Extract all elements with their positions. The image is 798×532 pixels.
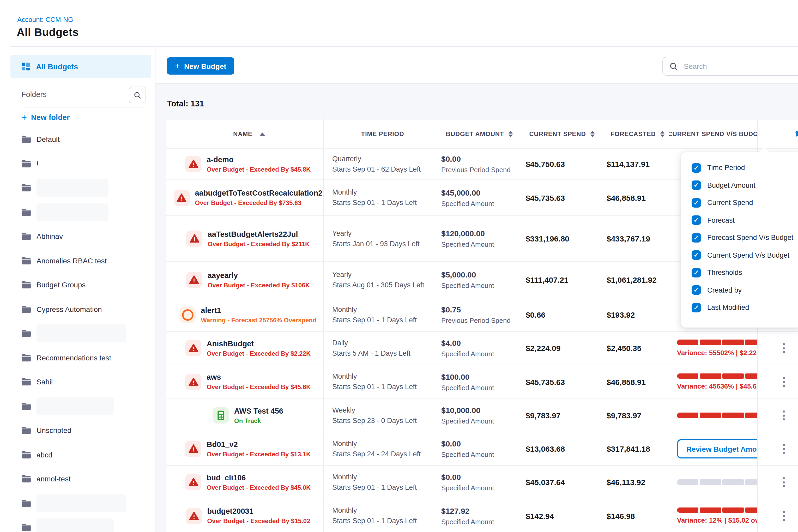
current-spend-cell: $0.66 (517, 298, 598, 331)
forecasted: $46,858.91 (607, 193, 669, 202)
folder-item[interactable]: anmol-test (11, 467, 155, 491)
budget-status: Over Budget - Exceeded By $106K (208, 281, 310, 289)
folder-item[interactable]: Sahil (11, 370, 155, 394)
row-menu-button[interactable] (782, 444, 786, 454)
folder-item[interactable]: Budget Groups (11, 273, 155, 297)
table-row[interactable]: budget20031Over Budget - Exceeded By $15… (166, 499, 798, 532)
column-settings-gear-icon[interactable] (794, 129, 798, 139)
table-row[interactable]: Bd01_v2Over Budget - Exceeded By $13.1KM… (166, 432, 798, 466)
new-budget-button[interactable]: + New Budget (167, 57, 234, 75)
sort-icon[interactable] (591, 131, 595, 137)
sort-ascending-icon[interactable] (260, 132, 265, 135)
table-row[interactable]: AWS Test 456On TrackWeeklyStarts Sep 23 … (166, 399, 798, 432)
budgets-search-input[interactable] (683, 61, 798, 71)
spend-vs-budget-cell: Variance: 55502% | $2.22 (669, 332, 758, 365)
folder-icon (21, 232, 31, 241)
column-menu-item[interactable]: ✓Forecast (681, 211, 798, 229)
folders-label: Folders (21, 90, 47, 99)
folder-icon (21, 256, 31, 265)
time-period-detail: Starts Sep 01 - 1 Days Left (332, 516, 433, 526)
folder-item[interactable]: Recommendations test (11, 345, 155, 370)
checkbox-checked-icon[interactable]: ✓ (691, 216, 701, 225)
current-spend-cell: $45,750.63 (517, 149, 598, 179)
sidebar-item-all-budgets[interactable]: All Budgets (11, 55, 151, 78)
time-period-cell: QuarterlyStarts Sep 01 - 62 Days Left (324, 149, 433, 179)
folder-item[interactable] (11, 394, 155, 418)
checkbox-checked-icon[interactable]: ✓ (691, 198, 701, 208)
time-period-detail: Starts Jan 01 - 93 Days Left (332, 239, 433, 249)
folder-item[interactable]: ! (11, 152, 155, 176)
row-menu-button[interactable] (782, 477, 786, 487)
folder-item[interactable] (11, 515, 155, 532)
folder-item[interactable]: Abhinav (11, 224, 155, 249)
row-actions-cell (758, 365, 798, 398)
forecasted: $1,061,281.92 (607, 276, 669, 284)
folder-item[interactable] (11, 491, 155, 515)
checkbox-checked-icon[interactable]: ✓ (691, 251, 701, 260)
folder-item[interactable]: abcd (11, 442, 155, 467)
table-row[interactable]: AnishBudgetOver Budget - Exceeded By $2.… (166, 332, 798, 365)
current-spend-cell: $9,783.97 (517, 399, 598, 432)
folder-search-button[interactable] (129, 87, 146, 103)
column-menu-item[interactable]: ✓Forecast Spend V/s Budget (681, 229, 798, 246)
checkbox-checked-icon[interactable]: ✓ (691, 286, 701, 295)
column-menu-item[interactable]: ✓Budget Amount (681, 176, 798, 194)
account-breadcrumb-link[interactable]: Account: CCM-NG (17, 16, 73, 23)
folder-item[interactable]: Cypress Automation (11, 297, 155, 321)
folder-name-redacted (37, 494, 126, 512)
time-period-cell: MonthlyStarts Sep 01 - 1 Days Left (324, 365, 433, 398)
column-header-current-spend-v-s-budget[interactable]: CURRENT SPEND V/S BUDGET (669, 119, 758, 148)
calculator-icon (213, 407, 229, 423)
current-spend-cell: $2,224.09 (517, 332, 598, 365)
current-spend: $45,037.64 (526, 478, 598, 487)
folder-item[interactable]: Anomalies RBAC test (11, 249, 155, 273)
column-header-budget-amount[interactable]: BUDGET AMOUNT (433, 119, 517, 148)
alert-triangle-icon (185, 156, 202, 172)
row-menu-button[interactable] (782, 511, 786, 521)
column-menu-item[interactable]: ✓Time Period (681, 159, 798, 176)
folder-item[interactable] (11, 176, 155, 200)
review-budget-amount-button[interactable]: Review Budget Amount (677, 439, 758, 458)
time-period-cell: DailyStarts 5 AM - 1 Days Left (324, 332, 433, 365)
column-header-name[interactable]: NAME (166, 119, 324, 148)
row-menu-button[interactable] (782, 377, 786, 387)
budget-name-cell: AnishBudgetOver Budget - Exceeded By $2.… (166, 332, 324, 365)
column-settings-cell (758, 119, 798, 148)
folder-item[interactable] (11, 321, 155, 345)
column-menu-item[interactable]: ✓Current Spend (681, 194, 798, 211)
checkbox-checked-icon[interactable]: ✓ (691, 268, 701, 278)
column-header-time-period[interactable]: TIME PERIOD (324, 119, 433, 148)
forecasted: $114,137.91 (607, 159, 669, 169)
budget-amount-cell: $127.92Specified Amount (433, 499, 517, 532)
new-folder-button[interactable]: + New folder (21, 113, 70, 121)
folder-icon (21, 159, 31, 168)
table-row[interactable]: bud_cli106Over Budget - Exceeded By $45.… (166, 466, 798, 499)
row-menu-button[interactable] (782, 411, 786, 420)
row-menu-button[interactable] (782, 343, 786, 353)
column-menu-item[interactable]: ✓Last Modified (681, 299, 798, 316)
checkbox-checked-icon[interactable]: ✓ (691, 233, 701, 243)
column-menu-item[interactable]: ✓Thresholds (681, 264, 798, 281)
folder-icon (21, 402, 31, 411)
forecasted-cell: $2,450.35 (598, 332, 669, 365)
column-header-current-spend[interactable]: CURRENT SPEND (517, 119, 598, 148)
time-period: Monthly (332, 472, 433, 482)
table-row[interactable]: awsOver Budget - Exceeded By $45.6KMonth… (166, 365, 798, 399)
column-header-forecasted[interactable]: FORECASTED (598, 119, 669, 148)
time-period: Yearly (332, 269, 433, 280)
folder-item[interactable]: Unscripted (11, 418, 155, 442)
sort-icon[interactable] (661, 131, 665, 137)
budget-status: Warning - Forecast 25756% Overspend (201, 316, 316, 324)
column-menu-item[interactable]: ✓Current Spend V/s Budget (681, 246, 798, 264)
checkbox-checked-icon[interactable]: ✓ (691, 163, 701, 173)
row-actions-cell (758, 499, 798, 532)
folder-item[interactable]: Default (11, 127, 155, 152)
folder-item[interactable] (11, 200, 155, 224)
column-menu-item[interactable]: ✓Created by (681, 281, 798, 299)
checkbox-checked-icon[interactable]: ✓ (691, 303, 701, 312)
checkbox-checked-icon[interactable]: ✓ (691, 181, 701, 190)
forecasted: $317,841.18 (607, 444, 669, 453)
sort-icon[interactable] (509, 131, 513, 137)
time-period-cell: MonthlyStarts Sep 01 - 1 Days Left (324, 499, 433, 532)
folder-name-redacted (37, 204, 109, 221)
